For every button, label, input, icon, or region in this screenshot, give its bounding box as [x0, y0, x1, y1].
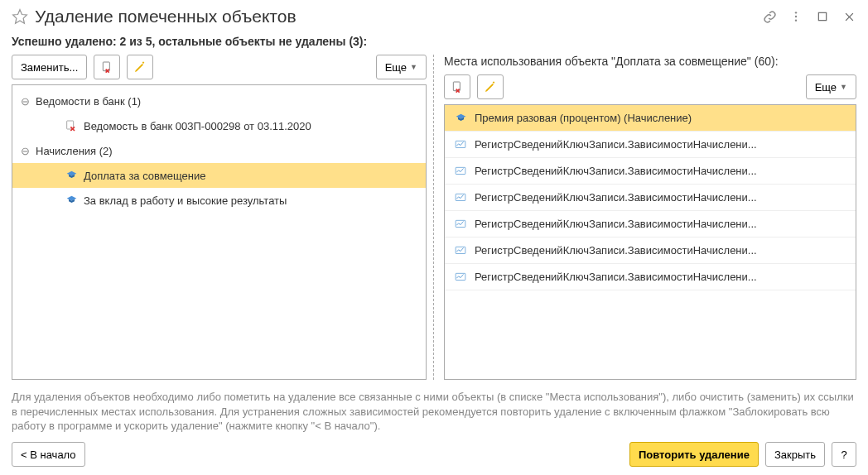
deleted-doc-icon — [64, 119, 79, 132]
tree-item[interactable]: Доплата за совмещение — [12, 163, 426, 188]
maximize-icon[interactable] — [815, 9, 830, 24]
svg-point-2 — [795, 16, 797, 17]
register-icon — [453, 271, 468, 284]
list-item[interactable]: РегистрСведенийКлючЗаписи.ЗависимостиНач… — [445, 238, 856, 264]
list-item[interactable]: РегистрСведенийКлючЗаписи.ЗависимостиНач… — [445, 158, 856, 185]
usage-header: Места использования объекта "Доплата за … — [444, 55, 856, 68]
tree-item-label: Ведомость в банк 003П-000298 от 03.11.20… — [84, 120, 311, 132]
collapse-icon[interactable]: ⊖ — [19, 95, 31, 107]
tree-item[interactable]: За вклад в работу и высокие результаты — [12, 188, 426, 213]
footer: < В начало Повторить удаление Закрыть ? — [12, 442, 856, 467]
register-icon — [453, 244, 468, 257]
left-tree[interactable]: ⊖ Ведомости в банк (1) Ведомость в банк … — [12, 84, 427, 380]
list-item[interactable]: РегистрСведенийКлючЗаписи.ЗависимостиНач… — [445, 132, 856, 158]
delete-doc-button[interactable] — [444, 74, 470, 99]
delete-doc-button[interactable] — [94, 55, 120, 79]
svg-marker-15 — [66, 196, 76, 201]
list-item[interactable]: РегистрСведенийКлючЗаписи.ЗависимостиНач… — [445, 185, 856, 211]
register-icon — [453, 191, 468, 204]
register-icon — [453, 165, 468, 178]
list-item-label: РегистрСведенийКлючЗаписи.ЗависимостиНач… — [475, 218, 847, 230]
svg-rect-23 — [456, 167, 465, 174]
svg-rect-26 — [456, 247, 465, 253]
tree-group[interactable]: ⊖ Начисления (2) — [12, 138, 426, 163]
titlebar: Удаление помеченных объектов — [12, 7, 856, 26]
list-item[interactable]: РегистрСведенийКлючЗаписи.ЗависимостиНач… — [445, 264, 856, 290]
svg-rect-22 — [456, 141, 465, 147]
page-title: Удаление помеченных объектов — [35, 7, 755, 26]
repeat-delete-button[interactable]: Повторить удаление — [629, 442, 759, 467]
tree-item-label: За вклад в работу и высокие результаты — [84, 194, 287, 207]
svg-marker-20 — [456, 113, 465, 118]
left-more-button[interactable]: Еще▼ — [376, 55, 427, 79]
list-item-label: РегистрСведенийКлючЗаписи.ЗависимостиНач… — [475, 165, 847, 177]
left-pane: Заменить... Еще▼ ⊖ Ведомости в банк (1) — [12, 55, 434, 380]
payroll-icon — [64, 194, 79, 207]
tree-group-label: Ведомости в банк (1) — [36, 95, 141, 108]
tree-item[interactable]: Ведомость в банк 003П-000298 от 03.11.20… — [12, 113, 426, 138]
svg-rect-25 — [456, 220, 465, 227]
tree-group-label: Начисления (2) — [36, 145, 113, 157]
svg-rect-24 — [456, 194, 465, 200]
payroll-icon — [453, 112, 468, 125]
right-toolbar: Еще▼ — [444, 74, 856, 99]
list-item-label: РегистрСведенийКлючЗаписи.ЗависимостиНач… — [475, 271, 847, 283]
svg-marker-0 — [13, 10, 27, 24]
help-text: Для удаления объектов необходимо либо по… — [12, 390, 856, 434]
tree-item-label: Доплата за совмещение — [84, 170, 205, 182]
collapse-icon[interactable]: ⊖ — [19, 145, 31, 156]
register-icon — [453, 218, 468, 231]
edit-button[interactable] — [477, 74, 504, 99]
tree-group[interactable]: ⊖ Ведомости в банк (1) — [12, 89, 426, 113]
register-icon — [453, 138, 468, 151]
status-text: Успешно удалено: 2 из 5, остальные объек… — [12, 35, 856, 48]
kebab-menu-icon[interactable] — [788, 9, 803, 24]
back-button[interactable]: < В начало — [12, 442, 85, 467]
list-item[interactable]: РегистрСведенийКлючЗаписи.ЗависимостиНач… — [445, 211, 856, 238]
list-item[interactable]: Премия разовая (процентом) (Начисление) — [445, 105, 856, 132]
close-button[interactable]: Закрыть — [765, 442, 825, 467]
right-more-button[interactable]: Еще▼ — [806, 74, 856, 99]
list-item-label: Премия разовая (процентом) (Начисление) — [475, 112, 847, 124]
svg-marker-13 — [66, 171, 76, 176]
svg-rect-27 — [456, 273, 465, 280]
help-button[interactable]: ? — [832, 442, 856, 467]
list-item-label: РегистрСведенийКлючЗаписи.ЗависимостиНач… — [475, 244, 847, 257]
svg-point-3 — [795, 19, 797, 21]
svg-rect-4 — [818, 12, 826, 20]
right-pane: Места использования объекта "Доплата за … — [434, 55, 856, 380]
link-icon[interactable] — [762, 9, 777, 24]
favorite-star-icon[interactable] — [12, 8, 28, 25]
svg-point-1 — [795, 12, 797, 13]
list-item-label: РегистрСведенийКлючЗаписи.ЗависимостиНач… — [475, 138, 847, 151]
list-item-label: РегистрСведенийКлючЗаписи.ЗависимостиНач… — [475, 191, 847, 204]
usage-list[interactable]: Премия разовая (процентом) (Начисление)Р… — [444, 104, 856, 380]
edit-button[interactable] — [127, 55, 153, 79]
payroll-icon — [64, 169, 79, 182]
replace-button[interactable]: Заменить... — [12, 55, 87, 79]
close-icon[interactable] — [841, 9, 856, 24]
left-toolbar: Заменить... Еще▼ — [12, 55, 427, 79]
